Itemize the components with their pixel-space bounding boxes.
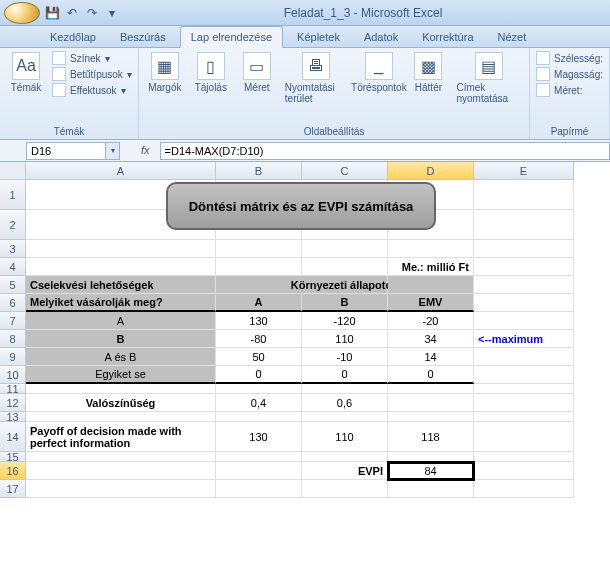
rowhead-3[interactable]: 3 xyxy=(0,240,26,258)
cell-e10[interactable] xyxy=(474,366,574,384)
rowhead-13[interactable]: 13 xyxy=(0,412,26,422)
cell-c14[interactable]: 110 xyxy=(302,422,388,452)
orientation-button[interactable]: ▯Tájolás xyxy=(191,50,231,95)
cell-e13[interactable] xyxy=(474,412,574,422)
cell-d11[interactable] xyxy=(388,384,474,394)
tab-view[interactable]: Nézet xyxy=(488,27,537,47)
title-shape[interactable]: Döntési mátrix és az EVPI számítása xyxy=(166,182,436,230)
rowhead-14[interactable]: 14 xyxy=(0,422,26,452)
cell-b11[interactable] xyxy=(216,384,302,394)
colhead-e[interactable]: E xyxy=(474,162,574,180)
cell-c9[interactable]: -10 xyxy=(302,348,388,366)
rowhead-2[interactable]: 2 xyxy=(0,210,26,240)
cell-d14[interactable]: 118 xyxy=(388,422,474,452)
rowhead-5[interactable]: 5 xyxy=(0,276,26,294)
tab-home[interactable]: Kezdőlap xyxy=(40,27,106,47)
breaks-button[interactable]: ⎯Töréspontok xyxy=(355,50,402,95)
cell-c11[interactable] xyxy=(302,384,388,394)
tab-pagelayout[interactable]: Lap elrendezése xyxy=(180,26,283,48)
cell-c15[interactable] xyxy=(302,452,388,462)
rowhead-15[interactable]: 15 xyxy=(0,452,26,462)
cell-e16[interactable] xyxy=(474,462,574,480)
cell-a4[interactable] xyxy=(26,258,216,276)
rowhead-8[interactable]: 8 xyxy=(0,330,26,348)
cell-b17[interactable] xyxy=(216,480,302,498)
undo-icon[interactable]: ↶ xyxy=(64,5,80,21)
cell-a7[interactable]: A xyxy=(26,312,216,330)
cell-e14[interactable] xyxy=(474,422,574,452)
cell-d5[interactable] xyxy=(388,276,474,294)
rowhead-9[interactable]: 9 xyxy=(0,348,26,366)
cell-d8[interactable]: 34 xyxy=(388,330,474,348)
cell-c3[interactable] xyxy=(302,240,388,258)
tab-review[interactable]: Korrektúra xyxy=(412,27,483,47)
cell-a9[interactable]: A és B xyxy=(26,348,216,366)
width-row[interactable]: Szélesség: xyxy=(536,50,603,66)
cell-b5[interactable] xyxy=(216,276,302,294)
cell-b14[interactable]: 130 xyxy=(216,422,302,452)
cell-d15[interactable] xyxy=(388,452,474,462)
cell-c10[interactable]: 0 xyxy=(302,366,388,384)
rowhead-17[interactable]: 17 xyxy=(0,480,26,498)
cell-e11[interactable] xyxy=(474,384,574,394)
rowhead-10[interactable]: 10 xyxy=(0,366,26,384)
select-all-corner[interactable] xyxy=(0,162,26,180)
cell-e1[interactable] xyxy=(474,180,574,210)
tab-data[interactable]: Adatok xyxy=(354,27,408,47)
cell-c6[interactable]: B xyxy=(302,294,388,312)
cell-grid[interactable]: Döntési mátrix és az EVPI számítása Me.:… xyxy=(26,180,610,498)
rowhead-1[interactable]: 1 xyxy=(0,180,26,210)
rowhead-4[interactable]: 4 xyxy=(0,258,26,276)
cell-b10[interactable]: 0 xyxy=(216,366,302,384)
cell-a14[interactable]: Payoff of decision made with perfect inf… xyxy=(26,422,216,452)
cell-c5[interactable]: Környezeti állapotok xyxy=(302,276,388,294)
cell-c7[interactable]: -120 xyxy=(302,312,388,330)
cell-a8[interactable]: B xyxy=(26,330,216,348)
cell-e9[interactable] xyxy=(474,348,574,366)
cell-e12[interactable] xyxy=(474,394,574,412)
cell-b13[interactable] xyxy=(216,412,302,422)
background-button[interactable]: ▩Háttér xyxy=(408,50,448,95)
colhead-a[interactable]: A xyxy=(26,162,216,180)
cell-a3[interactable] xyxy=(26,240,216,258)
cell-d13[interactable] xyxy=(388,412,474,422)
cell-d3[interactable] xyxy=(388,240,474,258)
cell-d17[interactable] xyxy=(388,480,474,498)
cell-a17[interactable] xyxy=(26,480,216,498)
cell-e5[interactable] xyxy=(474,276,574,294)
cell-e7[interactable] xyxy=(474,312,574,330)
name-box[interactable]: D16 xyxy=(26,142,106,160)
height-row[interactable]: Magasság: xyxy=(536,66,603,82)
rowhead-16[interactable]: 16 xyxy=(0,462,26,480)
cell-e15[interactable] xyxy=(474,452,574,462)
print-titles-button[interactable]: ▤Címek nyomtatása xyxy=(454,50,523,106)
save-icon[interactable]: 💾 xyxy=(44,5,60,21)
cell-c8[interactable]: 110 xyxy=(302,330,388,348)
printarea-button[interactable]: 🖶Nyomtatási terület xyxy=(283,50,350,106)
cell-d12[interactable] xyxy=(388,394,474,412)
cell-e8[interactable]: <--maximum xyxy=(474,330,574,348)
cell-b4[interactable] xyxy=(216,258,302,276)
cell-b6[interactable]: A xyxy=(216,294,302,312)
cell-c16[interactable]: EVPI xyxy=(302,462,388,480)
cell-a15[interactable] xyxy=(26,452,216,462)
scale-row[interactable]: Méret: xyxy=(536,82,603,98)
cell-d10[interactable]: 0 xyxy=(388,366,474,384)
cell-e2[interactable] xyxy=(474,210,574,240)
qat-dropdown-icon[interactable]: ▾ xyxy=(104,5,120,21)
cell-d16[interactable]: 84 xyxy=(388,462,474,480)
cell-a6[interactable]: Melyiket vásárolják meg? xyxy=(26,294,216,312)
cell-a11[interactable] xyxy=(26,384,216,394)
cell-c17[interactable] xyxy=(302,480,388,498)
cell-e6[interactable] xyxy=(474,294,574,312)
cell-b15[interactable] xyxy=(216,452,302,462)
themes-button[interactable]: Aa Témák xyxy=(6,50,46,95)
cell-a12[interactable]: Valószínűség xyxy=(26,394,216,412)
colhead-c[interactable]: C xyxy=(302,162,388,180)
redo-icon[interactable]: ↷ xyxy=(84,5,100,21)
cell-a16[interactable] xyxy=(26,462,216,480)
colhead-b[interactable]: B xyxy=(216,162,302,180)
cell-b12[interactable]: 0,4 xyxy=(216,394,302,412)
fonts-button[interactable]: Betűtípusok ▾ xyxy=(52,66,132,82)
office-button[interactable] xyxy=(4,2,40,24)
